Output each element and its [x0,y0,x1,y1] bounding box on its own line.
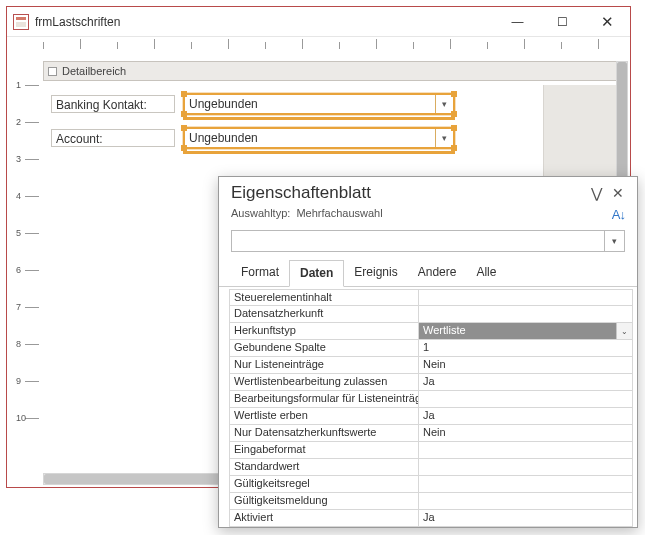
property-row[interactable]: Steuerelementinhalt [229,289,633,306]
property-row[interactable]: Nur DatensatzherkunftswerteNein [229,425,633,442]
property-row[interactable]: Gebundene Spalte1 [229,340,633,357]
tab-alle[interactable]: Alle [466,260,506,286]
property-name: Steuerelementinhalt [229,289,419,306]
property-name: Wertliste erben [229,408,419,425]
property-name: Nur Datensatzherkunftswerte [229,425,419,442]
property-value[interactable] [419,391,633,408]
property-name: Herkunftstyp [229,323,419,340]
property-row[interactable]: Eingabeformat [229,442,633,459]
property-name: Aktiviert [229,510,419,527]
maximize-button[interactable]: ☐ [540,7,585,36]
property-value[interactable] [419,306,633,323]
property-name: Nur Listeneinträge [229,357,419,374]
window-title: frmLastschriften [35,15,495,29]
property-value[interactable]: Nein [419,357,633,374]
property-row[interactable]: AktiviertJa [229,510,633,527]
property-name: Gültigkeitsmeldung [229,493,419,510]
property-value[interactable]: Nein [419,425,633,442]
property-value[interactable] [419,459,633,476]
sort-az-icon[interactable]: A↓ [612,207,625,222]
form-icon [13,14,29,30]
property-value[interactable] [419,442,633,459]
property-row[interactable]: Gültigkeitsregel [229,476,633,493]
vertical-ruler[interactable]: 12345678910 [25,85,39,473]
tab-ereignis[interactable]: Ereignis [344,260,407,286]
property-value[interactable]: 1 [419,340,633,357]
property-sheet-collapse-button[interactable]: ⋁ [585,185,607,201]
tab-format[interactable]: Format [231,260,289,286]
property-name: Eingabeformat [229,442,419,459]
label-banking-kontakt[interactable]: Banking Kontakt: [51,95,175,113]
minimize-button[interactable]: — [495,7,540,36]
property-row[interactable]: Wertlistenbearbeitung zulassenJa [229,374,633,391]
selection-type-label: Auswahltyp: [231,207,290,222]
combo-banking-kontakt[interactable]: Ungebunden ▾ [183,93,455,115]
property-sheet-pane: Eigenschaftenblatt ⋁ ✕ Auswahltyp: Mehrf… [218,176,638,528]
section-header-label: Detailbereich [62,65,126,77]
title-bar[interactable]: frmLastschriften — ☐ ✕ [7,7,630,37]
property-name: Wertlistenbearbeitung zulassen [229,374,419,391]
property-value[interactable] [419,476,633,493]
property-row[interactable]: Standardwert [229,459,633,476]
chevron-down-icon[interactable]: ▾ [604,231,624,251]
horizontal-ruler[interactable]: 123456789101112131415 [43,39,618,55]
combo-account[interactable]: Ungebunden ▾ [183,127,455,149]
section-header-detail[interactable]: Detailbereich [43,61,618,81]
property-row[interactable]: Gültigkeitsmeldung [229,493,633,510]
property-value[interactable]: Ja [419,510,633,527]
tab-daten[interactable]: Daten [289,260,344,287]
property-row[interactable]: Wertliste erbenJa [229,408,633,425]
property-object-selector[interactable]: ▾ [231,230,625,252]
property-value[interactable] [419,493,633,510]
property-name: Datensatzherkunft [229,306,419,323]
property-row[interactable]: Datensatzherkunft [229,306,633,323]
close-button[interactable]: ✕ [585,7,630,36]
label-account[interactable]: Account: [51,129,175,147]
property-value[interactable]: Wertliste⌄ [419,323,633,340]
section-expand-icon [48,67,57,76]
chevron-down-icon[interactable]: ⌄ [616,323,632,339]
property-row[interactable]: Bearbeitungsformular für Listeneinträge [229,391,633,408]
property-tabs: Format Daten Ereignis Andere Alle [219,260,637,287]
property-value[interactable]: Ja [419,374,633,391]
tab-andere[interactable]: Andere [408,260,467,286]
property-grid: SteuerelementinhaltDatensatzherkunftHerk… [219,287,637,527]
property-name: Bearbeitungsformular für Listeneinträge [229,391,419,408]
selection-type-value: Mehrfachauswahl [296,207,382,222]
property-row[interactable]: HerkunftstypWertliste⌄ [229,323,633,340]
property-name: Gebundene Spalte [229,340,419,357]
property-value[interactable] [419,289,633,306]
property-sheet-title: Eigenschaftenblatt [231,183,371,203]
property-value[interactable]: Ja [419,408,633,425]
property-sheet-close-button[interactable]: ✕ [607,185,629,201]
property-name: Gültigkeitsregel [229,476,419,493]
property-name: Standardwert [229,459,419,476]
property-row[interactable]: Nur ListeneinträgeNein [229,357,633,374]
